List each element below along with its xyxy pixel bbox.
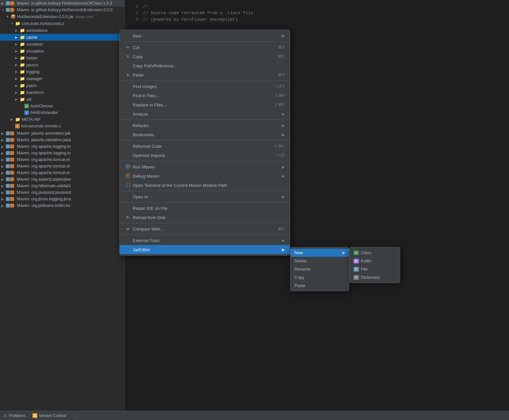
menu-item-run-maven[interactable]: Run Maven ▶ xyxy=(120,162,290,171)
compare-icon: ⇌ xyxy=(125,227,131,231)
maven-bottom-12[interactable]: ▶ Maven: org.jetbrains.kotlin:ko xyxy=(0,202,125,209)
svg-marker-1 xyxy=(127,166,129,167)
menu-item-open-in[interactable]: Open In ▶ xyxy=(120,192,290,201)
folder-label: META-INF xyxy=(22,117,41,122)
maven-icon xyxy=(6,204,14,208)
submenu-arrow: ▶ xyxy=(282,174,285,178)
maven-bottom-8[interactable]: ▶ Maven: org.aspectj:aspectjwe xyxy=(0,176,125,183)
menu-item-new[interactable]: New ▶ xyxy=(120,31,290,40)
folder-exception[interactable]: ▶ 📁 exception xyxy=(0,48,125,55)
menu-item-open-terminal[interactable]: >_ Open Terminal at the Current Maven Mo… xyxy=(120,181,290,190)
maven-bottom-3[interactable]: ▶ Maven: org.apache.logging.lo xyxy=(0,143,125,150)
folder-icon: 📁 xyxy=(20,76,25,81)
status-terminal[interactable]: ⬛ xyxy=(73,413,78,418)
file-label: IHotExtHandler xyxy=(30,110,58,115)
folder-util[interactable]: ▶ 📁 util xyxy=(0,96,125,103)
folder-holder[interactable]: ▶ 📁 holder xyxy=(0,55,125,61)
package-label: com.liubs.hotseconds.c xyxy=(22,21,64,26)
menu-separator xyxy=(120,234,290,235)
menu-item-replace-in-files[interactable]: Replace in Files... ⇧⌘R xyxy=(120,100,290,109)
code-line-1: 1 // xyxy=(125,3,509,10)
submenu-item-rename[interactable]: Rename xyxy=(290,265,349,273)
maven-icon-group xyxy=(6,8,14,12)
folder-jacoco[interactable]: ▶ 📁 jacoco xyxy=(0,61,125,68)
run-maven-icon xyxy=(125,164,131,169)
maven-bottom-6[interactable]: ▶ Maven: org.apache.tomcat.er xyxy=(0,163,125,169)
new-submenu-item-class[interactable]: C Class xyxy=(350,249,400,257)
collapse-arrow: ▼ xyxy=(6,15,11,18)
folder-icon: 📁 xyxy=(20,42,25,47)
file-icon: F xyxy=(354,267,359,272)
file-hot-seconds-remote[interactable]: X hot-seconds-remote.x xyxy=(0,123,125,129)
collapse-arrow: ▶ xyxy=(15,49,20,53)
maven-bottom-7[interactable]: ▶ Maven: org.apache.tomcat.er xyxy=(0,169,125,176)
new-submenu-item-dictionary[interactable]: D Dictionary xyxy=(350,273,400,281)
maven-bottom-4[interactable]: ▶ Maven: org.apache.logging.lo xyxy=(0,150,125,156)
menu-separator xyxy=(120,41,290,42)
folder-icon: 📁 xyxy=(20,62,25,67)
menu-item-reload[interactable]: ↻ Reload from Disk xyxy=(120,213,290,222)
menu-item-analyze[interactable]: Analyze ▶ xyxy=(120,109,290,119)
maven-label: Maven: org.jetbrains.kotlin:ko xyxy=(17,203,70,208)
status-version-control[interactable]: 🔀 Version Control xyxy=(32,413,66,418)
folder-transform[interactable]: ▶ 📁 transform xyxy=(0,89,125,96)
submenu-item-delete[interactable]: Delete xyxy=(290,257,349,265)
menu-item-copy-path[interactable]: Copy Path/Reference... xyxy=(120,61,290,70)
menu-item-optimize-imports[interactable]: Optimize Imports ^⌥O xyxy=(120,151,290,160)
menu-item-refactor[interactable]: Refactor ▶ xyxy=(120,121,290,130)
jar-item[interactable]: ▼ 📦 HotSecondsExtension-2.0.0.jar librar… xyxy=(0,13,125,20)
menu-item-repair-ide[interactable]: Repair IDE on File xyxy=(120,204,290,213)
menu-item-cut[interactable]: ✂ Cut ⌘X xyxy=(120,43,290,52)
bottom-maven-group: ▶ Maven: jakarta.annotation:jak ▶ Maven:… xyxy=(0,130,125,209)
folder-cache[interactable]: ▶ 📁 cache xyxy=(0,34,125,41)
maven-item-1[interactable]: ▶ Maven: io.github.liubsyy:FindInstances… xyxy=(0,0,125,7)
maven-bottom-11[interactable]: ▶ Maven: org.jboss.logging:jbos xyxy=(0,196,125,202)
menu-item-bookmarks[interactable]: Bookmarks ▶ xyxy=(120,130,290,139)
folder-label: container xyxy=(26,42,43,47)
collapse-arrow: ▶ xyxy=(1,2,6,5)
maven-item-2[interactable]: ▼ Maven: io.github.liubsyy:HotSecondsExt… xyxy=(0,7,125,13)
maven-icon xyxy=(6,151,14,155)
maven-label: Maven: jakarta.annotation:jak xyxy=(17,131,70,136)
menu-item-copy[interactable]: ⎘ Copy ⌘C xyxy=(120,52,290,61)
menu-item-debug-maven[interactable]: Debug Maven ▶ xyxy=(120,171,290,181)
file-autochoose[interactable]: C AutoChoose xyxy=(0,103,125,109)
maven-bottom-9[interactable]: ▶ Maven: org.hibernate.validato xyxy=(0,183,125,189)
maven-bottom-1[interactable]: ▶ Maven: jakarta.annotation:jak xyxy=(0,130,125,137)
maven-bottom-5[interactable]: ▶ Maven: org.apache.tomcat.er xyxy=(0,156,125,163)
new-submenu-item-file[interactable]: F File xyxy=(350,265,400,273)
folder-container[interactable]: ▶ 📁 container xyxy=(0,41,125,48)
menu-item-compare-with[interactable]: ⇌ Compare With... ⌘D xyxy=(120,224,290,233)
new-submenu-item-kotlin[interactable]: K Kotlin xyxy=(350,257,400,265)
package-item[interactable]: ▼ 📁 com.liubs.hotseconds.c xyxy=(0,20,125,27)
menu-label: Reload from Disk xyxy=(133,215,285,220)
submenu-item-copy[interactable]: Copy xyxy=(290,273,349,281)
code-line-2: 2 // Source code recreated from a .class… xyxy=(125,10,509,16)
menu-item-reformat[interactable]: Reformat Code ⌥⌘L xyxy=(120,142,290,151)
folder-manager[interactable]: ▶ 📁 manager xyxy=(0,75,125,82)
submenu-item-new[interactable]: New ▶ xyxy=(290,249,349,257)
submenu-item-paste[interactable]: Paste xyxy=(290,281,349,290)
submenu-label: Delete xyxy=(294,258,345,263)
problems-label: Problems xyxy=(9,413,26,418)
maven-bottom-2[interactable]: ▶ Maven: jakarta.validation:jaka xyxy=(0,137,125,143)
collapse-arrow: ▶ xyxy=(15,56,20,60)
menu-item-paste[interactable]: ⎗ Paste ⌘V xyxy=(120,70,290,79)
menu-item-find-in-files[interactable]: Find in Files... ⇧⌘F xyxy=(120,91,290,100)
terminal-icon: >_ xyxy=(125,183,131,188)
folder-meta-inf[interactable]: ▶ 📁 META-INF xyxy=(0,116,125,123)
file-ihotexthandler[interactable]: I IHotExtHandler xyxy=(0,109,125,116)
menu-label: Open Terminal at the Current Maven Modul… xyxy=(133,183,285,188)
status-problems[interactable]: ⚠ Problems xyxy=(3,413,26,418)
folder-patch[interactable]: ▶ 📁 patch xyxy=(0,82,125,89)
folder-label: holder xyxy=(26,56,38,60)
menu-label: Paste xyxy=(133,73,271,77)
jar-label: HotSecondsExtension-2.0.0.jar xyxy=(17,14,74,19)
maven-bottom-10[interactable]: ▶ Maven: org.javassist:javassist xyxy=(0,189,125,196)
folder-logging[interactable]: ▶ 📁 logging xyxy=(0,68,125,75)
menu-item-jar-editor[interactable]: JarEditor ▶ xyxy=(120,245,290,254)
menu-item-find-usages[interactable]: Find Usages ⌥F7 xyxy=(120,82,290,91)
folder-annotations[interactable]: ▶ 📁 annotations xyxy=(0,27,125,34)
menu-item-external-tools[interactable]: External Tools ▶ xyxy=(120,236,290,245)
dict-icon: D xyxy=(354,275,359,280)
